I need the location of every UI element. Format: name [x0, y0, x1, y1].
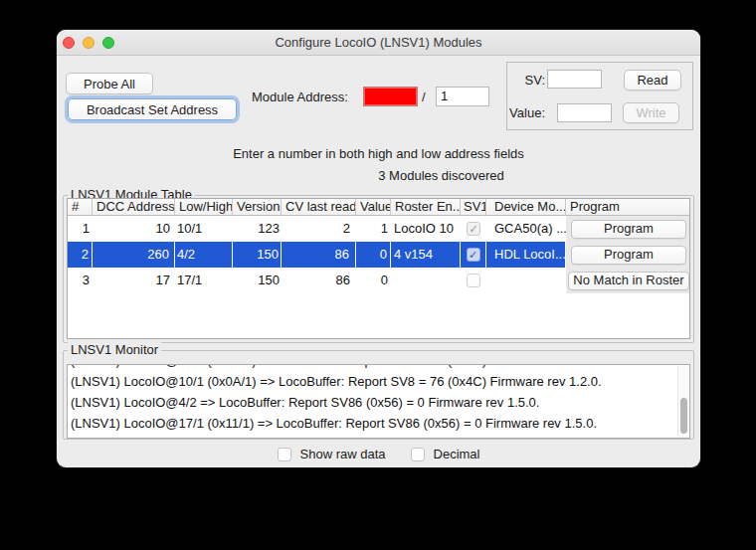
cell-roster-entry: LocoIO 10	[391, 216, 461, 242]
cell-sv1	[461, 268, 486, 293]
sv1-checkbox[interactable]: ✓	[467, 248, 480, 262]
log-line: (LNSV1) LocoIO@17/1 (0x11/1) => LocoBuff…	[71, 413, 689, 434]
decimal-checkbox[interactable]	[411, 448, 425, 461]
title-bar[interactable]: Configure LocoIO (LNSV1) Modules	[57, 30, 700, 56]
cell-sv1: ✓	[461, 216, 486, 242]
table-row[interactable]: 1 10 10/1 123 2 1 LocoIO 10 ✓ GCA50(a) .…	[68, 216, 689, 242]
log-line-clipped: (LNSV1) LocoIO@10/1 (0x0A/1) => LocoBuff…	[71, 364, 689, 371]
table-row-selected[interactable]: 2 260 4/2 150 86 0 4 v154 ✓ HDL LocoI...…	[68, 242, 689, 268]
column-header-roster-entry[interactable]: Roster En...	[391, 199, 461, 215]
cell-dcc-address: 260	[93, 242, 175, 268]
column-header-num[interactable]: #	[68, 199, 93, 215]
probe-all-button[interactable]: Probe All	[66, 73, 153, 94]
sv1-checkbox[interactable]: ✓	[467, 222, 480, 236]
cell-value: 1	[356, 216, 391, 242]
cell-version: 150	[233, 268, 282, 293]
value-label: Value:	[507, 105, 545, 120]
cell-dcc-address: 10	[93, 216, 175, 242]
column-header-dcc-address[interactable]: DCC Address	[93, 199, 175, 215]
module-address-input[interactable]	[363, 87, 418, 106]
cell-program: Program	[566, 216, 690, 242]
table-header-row: # DCC Address Low/High Version CV last r…	[68, 199, 689, 216]
cell-low-high: 17/1	[175, 268, 233, 293]
cell-roster-entry: 4 v154	[391, 242, 461, 268]
column-header-value[interactable]: Value	[356, 199, 391, 215]
monitor-log[interactable]: (LNSV1) LocoIO@10/1 (0x0A/1) => LocoBuff…	[67, 364, 690, 439]
column-header-cv-last-read[interactable]: CV last read	[282, 199, 356, 215]
cell-roster-entry	[391, 268, 461, 293]
cell-value: 0	[356, 242, 391, 268]
cell-version: 150	[233, 242, 282, 268]
monitor-group-title: LNSV1 Monitor	[68, 342, 161, 357]
no-match-in-roster-button[interactable]: No Match in Roster	[568, 272, 689, 290]
decimal-label: Decimal	[434, 447, 480, 461]
column-header-version[interactable]: Version	[233, 199, 282, 215]
checkmark-icon: ✓	[469, 242, 477, 268]
module-sub-address-input[interactable]: 1	[436, 87, 489, 106]
scrollbar-thumb[interactable]	[680, 398, 687, 434]
window-title: Configure LocoIO (LNSV1) Modules	[57, 30, 700, 56]
program-button[interactable]: Program	[571, 220, 686, 239]
log-line: (LNSV1) LocoIO@10/1 (0x0A/1) => LocoBuff…	[71, 371, 689, 392]
module-table: # DCC Address Low/High Version CV last r…	[67, 198, 690, 339]
checkmark-icon: ✓	[469, 216, 477, 242]
sv-input[interactable]	[547, 70, 602, 89]
minimize-icon[interactable]	[83, 37, 94, 49]
cell-cv-last-read: 86	[282, 242, 356, 268]
value-input[interactable]	[557, 103, 612, 122]
configure-locoio-window: Configure LocoIO (LNSV1) Modules Probe A…	[57, 30, 700, 467]
status-message: Enter a number in both high and low addr…	[57, 146, 700, 161]
column-header-low-high[interactable]: Low/High	[175, 199, 233, 215]
cell-dcc-address: 17	[93, 268, 175, 293]
module-address-separator: /	[422, 90, 426, 104]
cell-num: 1	[68, 216, 93, 242]
modules-discovered-message: 3 Modules discovered	[57, 168, 700, 183]
module-address-label: Module Address:	[252, 90, 348, 104]
cell-device-model: GCA50(a) ...	[486, 216, 566, 242]
cell-value: 0	[356, 268, 391, 293]
cell-low-high: 4/2	[175, 242, 233, 268]
show-raw-data-label: Show raw data	[300, 447, 386, 461]
cell-low-high: 10/1	[175, 216, 233, 242]
sv-panel: SV: Read Value: Write	[506, 62, 693, 130]
monitor-group: LNSV1 Monitor (LNSV1) LocoIO@10/1 (0x0A/…	[63, 350, 694, 440]
zoom-icon[interactable]	[102, 37, 114, 49]
sv-label: SV:	[515, 73, 545, 88]
column-header-device-model[interactable]: Device Mo...	[486, 199, 566, 215]
cell-program: No Match in Roster	[566, 268, 690, 293]
footer-options: Show raw data Decimal	[57, 447, 700, 461]
cell-num: 3	[68, 268, 93, 293]
column-header-program[interactable]: Program	[566, 199, 690, 215]
program-button[interactable]: Program	[571, 246, 686, 265]
close-icon[interactable]	[63, 37, 75, 49]
write-button[interactable]: Write	[623, 102, 679, 123]
cell-device-model	[486, 268, 566, 293]
table-row[interactable]: 3 17 17/1 150 86 0 No Match in Roster	[68, 268, 689, 293]
column-header-sv1[interactable]: SV1	[461, 199, 486, 215]
sv1-checkbox[interactable]	[467, 274, 480, 287]
broadcast-set-address-button[interactable]: Broadcast Set Address	[68, 98, 237, 120]
cell-num: 2	[68, 242, 93, 268]
cell-program: Program	[566, 242, 690, 268]
module-table-group: LNSV1 Module Table # DCC Address Low/Hig…	[63, 195, 694, 343]
monitor-scrollbar[interactable]	[677, 366, 688, 437]
cell-sv1: ✓	[461, 242, 486, 268]
cell-device-model: HDL LocoI...	[486, 242, 566, 268]
read-button[interactable]: Read	[624, 70, 681, 91]
cell-version: 123	[233, 216, 282, 242]
cell-cv-last-read: 86	[282, 268, 356, 293]
cell-cv-last-read: 2	[282, 216, 356, 242]
show-raw-data-checkbox[interactable]	[278, 448, 291, 461]
log-line: (LNSV1) LocoIO@4/2 => LocoBuffer: Report…	[71, 392, 689, 413]
